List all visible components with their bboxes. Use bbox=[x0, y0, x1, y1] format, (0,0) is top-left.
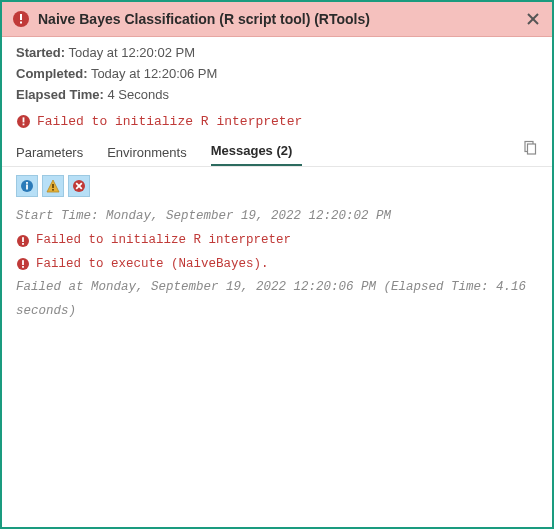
svg-rect-2 bbox=[20, 22, 22, 24]
info-icon bbox=[20, 179, 34, 193]
svg-rect-7 bbox=[23, 124, 25, 126]
started-label: Started: bbox=[16, 45, 65, 60]
error-filter-icon bbox=[72, 179, 86, 193]
svg-rect-6 bbox=[23, 117, 25, 122]
message-log: Start Time: Monday, September 19, 2022 1… bbox=[2, 201, 552, 334]
svg-rect-20 bbox=[22, 237, 24, 242]
dialog-header: Naive Bayes Classification (R script too… bbox=[2, 2, 552, 37]
run-metadata: Started: Today at 12:20:02 PM Completed:… bbox=[2, 37, 552, 112]
warning-icon bbox=[46, 179, 60, 193]
message-filters bbox=[2, 167, 552, 201]
log-error-1-text: Failed to initialize R interpreter bbox=[36, 229, 291, 253]
svg-rect-21 bbox=[22, 243, 24, 245]
svg-rect-9 bbox=[528, 144, 536, 154]
svg-rect-15 bbox=[52, 189, 54, 191]
copy-button[interactable] bbox=[522, 140, 538, 156]
tab-bar: Parameters Environments Messages (2) bbox=[2, 137, 552, 167]
log-error-2-text: Failed to execute (NaiveBayes). bbox=[36, 253, 269, 277]
svg-rect-11 bbox=[26, 185, 28, 190]
log-error-1: Failed to initialize R interpreter bbox=[16, 229, 538, 253]
tab-environments[interactable]: Environments bbox=[107, 139, 196, 166]
svg-rect-1 bbox=[20, 14, 22, 20]
completed-value: Today at 12:20:06 PM bbox=[91, 66, 217, 81]
elapsed-value: 4 Seconds bbox=[108, 87, 169, 102]
dialog-title: Naive Bayes Classification (R script too… bbox=[38, 11, 524, 27]
tab-parameters[interactable]: Parameters bbox=[16, 139, 93, 166]
elapsed-row: Elapsed Time: 4 Seconds bbox=[16, 87, 538, 102]
elapsed-label: Elapsed Time: bbox=[16, 87, 104, 102]
svg-rect-12 bbox=[26, 182, 28, 184]
log-end-time: Failed at Monday, September 19, 2022 12:… bbox=[16, 276, 538, 324]
started-value: Today at 12:20:02 PM bbox=[69, 45, 195, 60]
close-button[interactable] bbox=[524, 10, 542, 28]
completed-label: Completed: bbox=[16, 66, 88, 81]
log-start-time: Start Time: Monday, September 19, 2022 1… bbox=[16, 205, 538, 229]
started-row: Started: Today at 12:20:02 PM bbox=[16, 45, 538, 60]
error-icon bbox=[16, 234, 30, 248]
log-error-2: Failed to execute (NaiveBayes). bbox=[16, 253, 538, 277]
filter-error-button[interactable] bbox=[68, 175, 90, 197]
tab-messages[interactable]: Messages (2) bbox=[211, 137, 303, 166]
error-icon bbox=[16, 257, 30, 271]
filter-warning-button[interactable] bbox=[42, 175, 64, 197]
close-icon bbox=[526, 12, 540, 26]
copy-icon bbox=[522, 140, 538, 156]
error-icon bbox=[16, 114, 31, 129]
error-icon bbox=[12, 10, 30, 28]
summary-error-text: Failed to initialize R interpreter bbox=[37, 114, 302, 129]
svg-rect-24 bbox=[22, 266, 24, 268]
svg-rect-23 bbox=[22, 261, 24, 266]
completed-row: Completed: Today at 12:20:06 PM bbox=[16, 66, 538, 81]
summary-error: Failed to initialize R interpreter bbox=[2, 112, 552, 137]
svg-rect-14 bbox=[52, 184, 54, 188]
filter-info-button[interactable] bbox=[16, 175, 38, 197]
